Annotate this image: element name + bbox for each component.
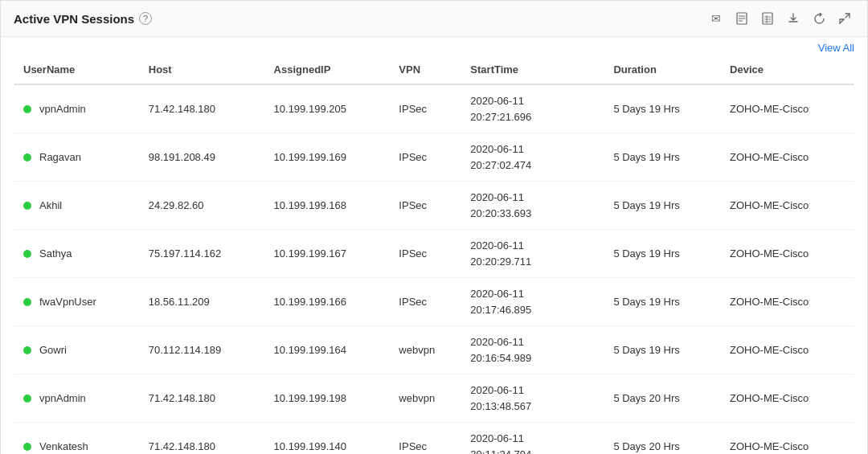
- cell-device: ZOHO-ME-Cisco: [720, 423, 854, 455]
- cell-duration: 5 Days 20 Hrs: [604, 374, 720, 423]
- col-header-host: Host: [139, 55, 264, 84]
- table-row: fwaVpnUser18.56.11.20910.199.199.166IPSe…: [14, 278, 854, 326]
- cell-host: 71.42.148.180: [139, 84, 264, 133]
- cell-username: Ragavan: [14, 133, 139, 182]
- status-dot: [23, 298, 31, 306]
- table-row: vpnAdmin71.42.148.18010.199.199.198webvp…: [14, 374, 854, 423]
- username-text: fwaVpnUser: [39, 296, 96, 308]
- cell-assignedip: 10.199.199.198: [264, 374, 390, 423]
- cell-username: Sathya: [14, 230, 139, 278]
- cell-duration: 5 Days 19 Hrs: [604, 84, 720, 133]
- col-header-device: Device: [720, 55, 854, 84]
- table-row: vpnAdmin71.42.148.18010.199.199.205IPSec…: [14, 84, 854, 133]
- cell-vpn: IPSec: [389, 278, 461, 326]
- view-all-row: View All: [1, 37, 867, 55]
- cell-duration: 5 Days 19 Hrs: [604, 326, 720, 374]
- cell-starttime: 2020-06-1120:27:02.474: [461, 133, 604, 182]
- cell-host: 24.29.82.60: [139, 182, 264, 230]
- status-dot: [23, 250, 31, 258]
- cell-assignedip: 10.199.199.140: [264, 423, 390, 455]
- page-wrapper: Active VPN Sessions ? ✉: [0, 0, 868, 454]
- cell-vpn: IPSec: [389, 133, 461, 182]
- cell-vpn: webvpn: [389, 374, 461, 423]
- cell-assignedip: 10.199.199.166: [264, 278, 390, 326]
- cell-host: 75.197.114.162: [139, 230, 264, 278]
- username-text: Gowri: [39, 344, 67, 356]
- status-dot: [23, 346, 31, 354]
- username-text: Venkatesh: [39, 440, 88, 452]
- cell-starttime: 2020-06-1120:11:24.794: [461, 423, 604, 455]
- cell-duration: 5 Days 19 Hrs: [604, 133, 720, 182]
- file-csv-icon[interactable]: [758, 9, 777, 28]
- header: Active VPN Sessions ? ✉: [1, 1, 867, 37]
- status-dot: [23, 443, 31, 451]
- cell-starttime: 2020-06-1120:16:54.989: [461, 326, 604, 374]
- cell-starttime: 2020-06-1120:17:46.895: [461, 278, 604, 326]
- refresh-icon[interactable]: [809, 9, 829, 28]
- cell-duration: 5 Days 19 Hrs: [604, 230, 720, 278]
- username-text: vpnAdmin: [39, 392, 86, 404]
- table-body: vpnAdmin71.42.148.18010.199.199.205IPSec…: [14, 84, 854, 454]
- cell-starttime: 2020-06-1120:20:33.693: [461, 182, 604, 230]
- file-pdf-icon[interactable]: [732, 9, 751, 28]
- vpn-sessions-table: UserName Host AssignedIP VPN StartTime D…: [14, 55, 854, 454]
- cell-username: fwaVpnUser: [14, 278, 139, 326]
- cell-device: ZOHO-ME-Cisco: [720, 133, 854, 182]
- cell-starttime: 2020-06-1120:13:48.567: [461, 374, 604, 423]
- header-left: Active VPN Sessions ?: [14, 12, 152, 26]
- status-dot: [23, 202, 31, 210]
- table-row: Venkatesh71.42.148.18010.199.199.140IPSe…: [14, 423, 854, 455]
- cell-duration: 5 Days 20 Hrs: [604, 423, 720, 455]
- cell-device: ZOHO-ME-Cisco: [720, 374, 854, 423]
- table-row: Sathya75.197.114.16210.199.199.167IPSec2…: [14, 230, 854, 278]
- cell-vpn: IPSec: [389, 423, 461, 455]
- cell-duration: 5 Days 19 Hrs: [604, 278, 720, 326]
- cell-starttime: 2020-06-1120:27:21.696: [461, 84, 604, 133]
- cell-vpn: IPSec: [389, 182, 461, 230]
- username-text: Akhil: [39, 199, 62, 211]
- username-text: Sathya: [39, 247, 72, 260]
- username-text: vpnAdmin: [39, 103, 86, 115]
- table-row: Gowri70.112.114.18910.199.199.164webvpn2…: [14, 326, 854, 374]
- cell-username: Akhil: [14, 182, 139, 230]
- cell-duration: 5 Days 19 Hrs: [604, 182, 720, 230]
- cell-username: Gowri: [14, 326, 139, 374]
- cell-device: ZOHO-ME-Cisco: [720, 182, 854, 230]
- download-icon[interactable]: [784, 9, 803, 28]
- cell-device: ZOHO-ME-Cisco: [720, 278, 854, 326]
- envelope-icon[interactable]: ✉: [706, 9, 726, 28]
- status-dot: [23, 395, 31, 403]
- header-icons: ✉: [706, 9, 854, 28]
- table-header: UserName Host AssignedIP VPN StartTime D…: [14, 55, 854, 84]
- cell-vpn: IPSec: [389, 84, 461, 133]
- cell-vpn: IPSec: [389, 230, 461, 278]
- cell-starttime: 2020-06-1120:20:29.711: [461, 230, 604, 278]
- table-container: UserName Host AssignedIP VPN StartTime D…: [1, 55, 867, 454]
- svg-rect-4: [763, 13, 772, 24]
- cell-username: vpnAdmin: [14, 84, 139, 133]
- username-text: Ragavan: [39, 151, 81, 163]
- expand-icon[interactable]: [835, 9, 854, 28]
- cell-vpn: webvpn: [389, 326, 461, 374]
- view-all-link[interactable]: View All: [818, 42, 854, 54]
- cell-host: 70.112.114.189: [139, 326, 264, 374]
- cell-host: 71.42.148.180: [139, 374, 264, 423]
- col-header-username: UserName: [14, 55, 139, 84]
- cell-username: Venkatesh: [14, 423, 139, 455]
- col-header-vpn: VPN: [389, 55, 461, 84]
- cell-assignedip: 10.199.199.168: [264, 182, 390, 230]
- cell-username: vpnAdmin: [14, 374, 139, 423]
- table-row: Ragavan98.191.208.4910.199.199.169IPSec2…: [14, 133, 854, 182]
- table-row: Akhil24.29.82.6010.199.199.168IPSec2020-…: [14, 182, 854, 230]
- cell-assignedip: 10.199.199.164: [264, 326, 390, 374]
- cell-device: ZOHO-ME-Cisco: [720, 230, 854, 278]
- page-title: Active VPN Sessions: [14, 12, 134, 26]
- cell-assignedip: 10.199.199.167: [264, 230, 390, 278]
- cell-host: 71.42.148.180: [139, 423, 264, 455]
- help-icon[interactable]: ?: [139, 12, 152, 25]
- cell-host: 18.56.11.209: [139, 278, 264, 326]
- cell-assignedip: 10.199.199.205: [264, 84, 390, 133]
- col-header-starttime: StartTime: [461, 55, 604, 84]
- cell-device: ZOHO-ME-Cisco: [720, 326, 854, 374]
- cell-host: 98.191.208.49: [139, 133, 264, 182]
